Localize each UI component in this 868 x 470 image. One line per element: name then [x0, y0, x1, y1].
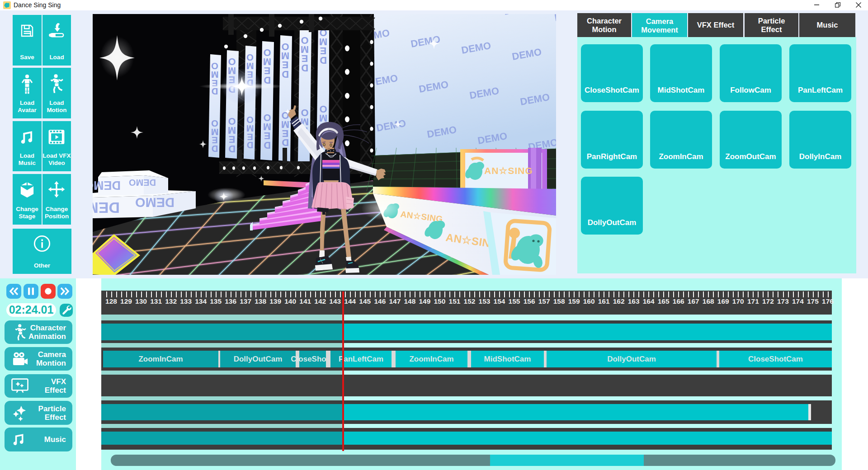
svg-text:DEMO: DEMO [93, 179, 121, 192]
svg-text:D: D [282, 137, 289, 148]
svg-text:D: D [212, 144, 218, 154]
svg-text:D: D [301, 62, 308, 74]
svg-text:AN☆SING: AN☆SING [484, 165, 533, 176]
svg-text:D: D [247, 140, 254, 150]
svg-text:D: D [320, 55, 327, 66]
svg-text:DEMO: DEMO [129, 178, 156, 188]
svg-text:D: D [228, 143, 236, 155]
svg-text:D: D [264, 140, 271, 151]
svg-text:DEMO: DEMO [135, 195, 175, 210]
svg-text:D: D [282, 69, 289, 80]
svg-text:DEMO: DEMO [93, 199, 120, 216]
